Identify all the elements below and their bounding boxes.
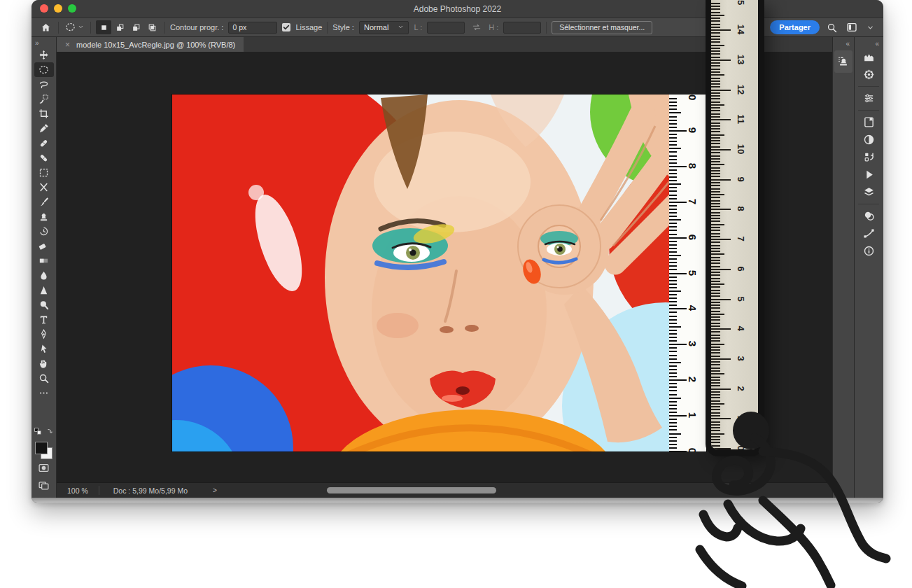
document-info[interactable]: Doc : 5,99 Mo/5,99 Mo > [99, 486, 231, 495]
tool-brush[interactable] [34, 195, 54, 209]
minimize-window-button[interactable] [54, 4, 62, 13]
new-selection-button[interactable] [96, 20, 111, 34]
ruler-tick [669, 265, 677, 267]
close-tab-icon[interactable]: × [65, 41, 70, 49]
tool-dodge[interactable] [34, 298, 54, 312]
swap-colors-icon[interactable] [45, 426, 54, 439]
tool-zoom[interactable] [34, 371, 54, 386]
ruler-tick [711, 107, 720, 108]
chevron-down-icon[interactable] [864, 24, 876, 31]
default-colors-icon[interactable] [34, 426, 43, 439]
divider [58, 22, 59, 34]
dock-collapse-button[interactable]: « [870, 37, 883, 48]
tool-sharpen[interactable] [34, 283, 54, 298]
width-input[interactable] [427, 22, 465, 34]
panel-tab-libraries[interactable] [858, 113, 881, 131]
tool-clone-stamp[interactable] [34, 209, 54, 224]
screen-mode-icon[interactable] [38, 479, 50, 494]
ruler-tick [711, 209, 731, 210]
ruler-tick [711, 272, 720, 273]
tool-healing-brush[interactable] [34, 150, 54, 165]
tool-pen[interactable] [34, 327, 54, 342]
panel-tab-properties[interactable] [858, 90, 881, 107]
current-tool-preview[interactable] [64, 22, 85, 34]
selection-mode-group [96, 20, 160, 34]
tool-path-selection[interactable] [34, 342, 54, 356]
panel-tab-adjustments[interactable] [858, 131, 881, 148]
panel-tab-history[interactable] [858, 148, 881, 166]
divider [327, 22, 328, 34]
panel-tab-navigator[interactable] [858, 66, 881, 83]
style-select[interactable]: Normal [359, 21, 409, 34]
search-icon[interactable] [825, 22, 839, 33]
fullscreen-window-button[interactable] [68, 4, 76, 13]
tool-frame[interactable] [34, 165, 54, 180]
tool-crop[interactable] [34, 106, 54, 121]
ruler-tick [711, 155, 720, 157]
ruler-tick [669, 187, 677, 188]
close-window-button[interactable] [40, 4, 48, 13]
lasso-icon [38, 79, 49, 90]
pen-icon [38, 329, 49, 340]
ruler-number: 10 [736, 144, 746, 154]
panel-tab-layers[interactable] [858, 183, 881, 201]
dock-collapse-button[interactable]: « [841, 37, 854, 48]
tool-spot-healing[interactable] [34, 136, 54, 150]
document-tab[interactable]: × modele 10x15_AvcRegle.jpg @ 100% (RVB/… [57, 37, 244, 52]
height-input[interactable] [503, 22, 541, 34]
ruler-tick [711, 364, 720, 365]
workspace-switcher-icon[interactable] [844, 22, 860, 33]
ruler-tick [711, 316, 720, 318]
ruler-tick [711, 122, 720, 124]
ruler-tick [711, 137, 720, 139]
tool-lasso[interactable] [34, 77, 54, 92]
ruler-tick [711, 206, 720, 207]
home-icon[interactable] [38, 22, 53, 33]
tool-hand[interactable] [34, 356, 54, 371]
add-to-selection-button[interactable] [112, 20, 127, 34]
ruler-tick [669, 137, 677, 139]
swap-dimensions-icon[interactable] [470, 22, 484, 32]
tool-cut[interactable] [34, 180, 54, 195]
foreground-color-swatch[interactable] [35, 442, 48, 454]
tool-elliptical-marquee[interactable] [34, 62, 54, 77]
tool-eraser[interactable] [34, 239, 54, 253]
intersect-selection-button[interactable] [144, 20, 160, 34]
quick-mask-icon[interactable] [38, 462, 50, 477]
horizontal-scrollbar[interactable] [327, 487, 496, 493]
ruler-tick [669, 355, 677, 356]
ruler-tick [669, 301, 677, 302]
ruler-tick [711, 78, 720, 79]
type-icon [38, 314, 49, 325]
tool-eyedropper[interactable] [34, 121, 54, 136]
panel-tab-actions[interactable] [858, 166, 881, 183]
tool-type[interactable] [34, 312, 54, 327]
ruler-tick [669, 241, 677, 242]
ruler-tick [669, 319, 677, 321]
clone-source-panel-tab[interactable] [834, 50, 853, 73]
status-menu-chevron[interactable]: > [213, 486, 217, 494]
feather-input[interactable] [228, 22, 277, 34]
ruler-tick [711, 352, 720, 354]
panel-tab-color[interactable] [858, 207, 881, 225]
ruler-tick [669, 120, 677, 121]
tool-history-brush[interactable] [34, 224, 54, 239]
subtract-from-selection-button[interactable] [128, 20, 143, 34]
ruler-tick [711, 95, 720, 97]
select-and-mask-button[interactable]: Sélectionner et masquer... [552, 21, 652, 34]
panel-tab-info[interactable] [858, 242, 881, 260]
ruler-tick [711, 140, 720, 141]
panel-tab-histogram[interactable] [858, 48, 881, 66]
tool-object-selection[interactable] [34, 92, 54, 106]
tool-gradient[interactable] [34, 253, 54, 268]
tool-move[interactable] [34, 48, 54, 62]
share-button[interactable]: Partager [770, 20, 820, 34]
ruler-tick [711, 260, 720, 261]
tool-more-tools[interactable] [34, 386, 54, 400]
color-icon [863, 210, 875, 222]
panel-tab-paths[interactable] [858, 225, 881, 242]
zoom-level-field[interactable]: 100 % [57, 486, 99, 495]
smoothing-checkbox[interactable] [282, 23, 290, 31]
toolbar-collapse-button[interactable]: » [31, 37, 42, 48]
tool-blur[interactable] [34, 268, 54, 283]
